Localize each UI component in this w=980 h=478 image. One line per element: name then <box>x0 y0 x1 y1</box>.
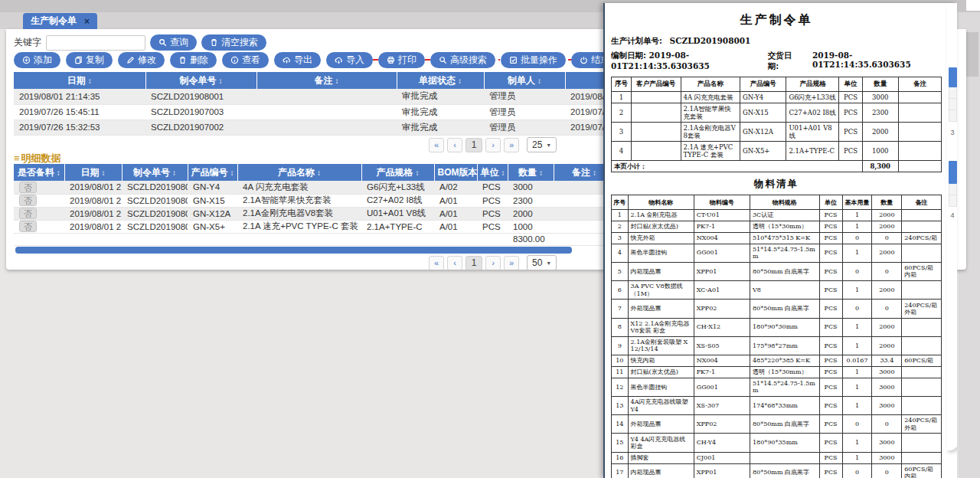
table-row[interactable]: 92.1A金刚套装吸塑 X12/13/14XS-S05175*98*27mmPC… <box>612 336 942 355</box>
toolbar-button-7[interactable]: 导入 <box>326 52 373 68</box>
toolbar-button-9[interactable]: 高级搜索 <box>430 52 495 68</box>
table-row[interactable]: 否2019/08/01 21:14:35SCZLD201908001GN-Y44… <box>14 181 615 194</box>
table-row[interactable]: 否2019/08/01 21:14:35SCZLD201908001GN-X12… <box>14 207 615 220</box>
tab-production-order[interactable]: 生产制令单 × <box>23 13 97 29</box>
last-page-button[interactable]: » <box>504 256 519 270</box>
toolbar-button-4[interactable]: 删除 <box>170 52 217 68</box>
table-row[interactable]: 否2019/08/01 21:14:35SCZLD201908001GN-X5+… <box>14 220 615 233</box>
toolbar-button-8[interactable]: 打印 <box>378 52 425 68</box>
column-header[interactable]: BOM版本↕ <box>434 164 477 181</box>
toolbar-button-10[interactable]: 批量操作 <box>501 52 566 68</box>
table-row[interactable]: 16插脚套CJ001PCS13000 <box>612 452 942 463</box>
column-header[interactable]: 制令单号↕ <box>122 164 188 181</box>
scrollbar-thumb[interactable] <box>949 161 957 184</box>
sort-icon: ↕ <box>230 169 234 177</box>
table-row[interactable]: 32.1A金刚充电器V8套装GN-X12AU01+A01 V8线PCS2000 <box>612 123 942 142</box>
current-page[interactable]: 1 <box>466 256 482 270</box>
table-row[interactable]: 15Y4 4A闪充充电器线 彩盒CH-Y4180*90*35mmPCS13000 <box>612 434 942 452</box>
column-header[interactable]: 制单人↕ <box>484 72 565 89</box>
table-cell: PCS <box>839 123 862 142</box>
toolbar-button-3[interactable]: 修改 <box>118 52 165 68</box>
table-row[interactable]: 2封口贴(京太优品)PK7-1透明（15*30mm）PCS12000 <box>612 221 942 232</box>
prev-page-button[interactable]: ‹ <box>447 256 462 270</box>
table-row[interactable]: 7外箱现品票XPP0280*50mm 白底黑字PCS00240PCS/箱 外箱 <box>612 300 942 318</box>
table-cell <box>902 281 942 300</box>
prev-page-button[interactable]: ‹ <box>447 138 462 152</box>
first-page-button[interactable]: « <box>429 138 444 152</box>
table-cell: 13 <box>612 396 629 414</box>
column-header[interactable]: 是否备料↕ <box>14 164 64 181</box>
table-row[interactable]: 63A PVC V8数据线（1M）XC-A01V8PCS12000 <box>612 281 942 300</box>
table-cell <box>631 92 681 103</box>
clear-search-button[interactable]: 清空搜索 <box>201 34 266 51</box>
keyword-label: 关键字 <box>14 36 41 49</box>
column-header: 备注 <box>902 195 942 210</box>
table-cell <box>631 103 681 123</box>
table-cell <box>902 452 942 463</box>
close-icon[interactable]: × <box>84 16 90 27</box>
table-row[interactable]: 2019/07/26 15:45:11SCZLD201907003审批完成管理员… <box>14 104 680 120</box>
column-header[interactable]: 日期↕ <box>14 72 145 89</box>
preview-mini-scrollbar-1[interactable] <box>949 67 957 122</box>
table-row[interactable]: 12黑色半圆挂钩GG00151*14.5*24.75-1.5mmPCS13000 <box>612 378 942 396</box>
next-page-button[interactable]: › <box>485 256 501 270</box>
column-header[interactable]: 备注↕ <box>256 72 397 89</box>
plus-circle-icon <box>22 56 31 64</box>
table-cell: PCS <box>819 366 842 378</box>
toolbar-button-5[interactable]: 查看 <box>222 52 269 68</box>
toolbar-button-2[interactable]: 复制 <box>66 52 113 68</box>
page-size-select[interactable]: 50 ▼ <box>527 255 557 270</box>
next-page-button[interactable]: › <box>485 138 501 152</box>
table-row[interactable]: 3快充外箱NX004510*475*315 K=KPCS00240PCS/箱 <box>612 232 942 244</box>
last-page-button[interactable]: » <box>504 138 519 152</box>
sort-icon: ↕ <box>501 169 505 177</box>
table-row[interactable]: 14外箱现品票XPP0280*50mm 白底黑字PCS00240PCS/箱 外箱 <box>612 415 942 434</box>
table-row[interactable]: 14A 闪充充电套装GN-Y4G6闪充+L33线PCS3000 <box>612 92 942 103</box>
table-row[interactable]: 11封口贴(京太优品)PK7-1透明（15*30mm）PCS13000 <box>612 366 942 378</box>
column-header[interactable]: 产品编号↕ <box>188 164 237 181</box>
column-header[interactable]: 单位↕ <box>477 164 508 181</box>
table-row[interactable]: 17内箱现品票XPP0180*50mm 白底黑字PCS0060PCS/箱 内箱 <box>612 463 942 478</box>
table-cell: 80*50mm 白底黑字 <box>750 463 820 478</box>
table-cell: 1 <box>842 210 872 221</box>
column-header[interactable]: 制令单号↕ <box>145 72 256 89</box>
plan-number-label: 生产计划单号: <box>611 36 662 45</box>
keyword-input[interactable] <box>46 35 145 51</box>
table-row[interactable]: 2019/07/26 15:32:53SCZLD201907002审批完成管理员… <box>14 120 680 135</box>
column-header[interactable]: 数量↕ <box>508 164 554 181</box>
table-row[interactable]: 12.1A 金刚充电器CT-U013C认证PCS12000 <box>612 210 942 221</box>
table-cell: 插脚套 <box>628 452 694 463</box>
column-header[interactable]: 产品规格↕ <box>361 164 434 181</box>
table-row[interactable]: 4黑色半圆挂钩GG00151*14.5*24.75-1.5mmPCS12000 <box>612 244 942 262</box>
preview-mini-scrollbar-2[interactable] <box>949 161 957 207</box>
table-cell: 1 <box>842 336 872 355</box>
table-cell: 0 <box>842 300 872 318</box>
sort-icon: ↕ <box>537 77 541 85</box>
sort-icon: ↕ <box>335 77 339 85</box>
table-row[interactable]: 42.1A 速充+PVC TYPE-C 套装GN-X5+2.1A+TYPE-CP… <box>612 142 942 161</box>
column-header[interactable]: 产品名称↕ <box>237 164 361 181</box>
page-size-select[interactable]: 25 ▼ <box>527 137 557 152</box>
table-row[interactable]: 134A闪充充电器线吸塑 Y4XS-307174*68*33mmPCS13000 <box>612 396 942 414</box>
column-header[interactable]: 日期↕ <box>64 164 122 181</box>
app-window: 生产制令单 × 关键字 查询 清空搜索 添加复制修改删除查看导出导入打印高级搜索… <box>0 0 980 478</box>
scrollbar-thumb[interactable] <box>949 67 957 87</box>
first-page-button[interactable]: « <box>429 256 444 270</box>
table-row[interactable]: 22.1A智能苹果快充套装GN-X15C27+A02 I8线PCS2300 <box>612 103 942 123</box>
table-cell: 1 <box>842 221 872 232</box>
table-row[interactable]: 2019/08/01 21:14:35SCZLD201908001审批完成管理员… <box>14 89 680 104</box>
query-button[interactable]: 查询 <box>150 34 197 51</box>
table-row[interactable]: 8X12 2.1A金刚充电器V8套装 彩盒CH-X12180*90*30mmPC… <box>612 318 942 336</box>
table-cell: 1 <box>842 434 872 452</box>
current-page[interactable]: 1 <box>466 138 482 152</box>
table-row[interactable]: 10快充内箱NX004485*220*385 K=KPCS0.016733.46… <box>612 355 942 367</box>
table-cell: 485*220*385 K=K <box>750 355 820 367</box>
table-cell: 封口贴(京太优品) <box>628 221 694 232</box>
table-row[interactable]: 否2019/08/01 21:14:35SCZLD201908001GN-X15… <box>14 194 615 207</box>
detail-hscrollbar-thumb[interactable] <box>15 247 572 254</box>
toolbar-button-6[interactable]: 导出 <box>274 52 321 68</box>
table-cell: 1 <box>612 92 632 103</box>
column-header[interactable]: 单据状态↕ <box>397 72 484 89</box>
table-row[interactable]: 5内箱现品票XPP0180*50mm 白底黑字PCS0060PCS/箱 内箱 <box>612 262 942 280</box>
toolbar-button-1[interactable]: 添加 <box>14 52 60 68</box>
